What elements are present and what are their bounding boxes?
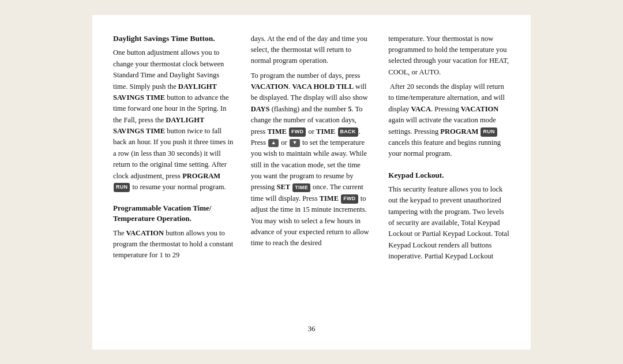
col2-bold5: TIME: [268, 127, 287, 136]
col2-bold2: VACA HOLD TILL: [292, 82, 354, 91]
col1-bold3: PROGRAM: [182, 172, 220, 180]
col1-bold4: VACATION: [126, 229, 164, 237]
page-number: 36: [113, 324, 510, 333]
col3-bold2: VACATION: [461, 105, 499, 113]
arrow-down-btn: ▼: [290, 139, 300, 147]
col1-para-block1: One button adjustment allows you to chan…: [113, 47, 235, 193]
badge-back-1: BACK: [338, 127, 358, 137]
col2-para-block2: To program the number of days, press VAC…: [251, 70, 373, 249]
col2-bold7: SET: [276, 183, 290, 191]
badge-run-1: RUN: [114, 183, 130, 192]
col3-heading: Keypad Lockout.: [388, 170, 510, 181]
badge-time-1: TIME: [292, 183, 310, 193]
column-1: Daylight Savings Time Button. One button…: [113, 33, 243, 318]
col2-para1: days. At the end of the day and time you…: [251, 33, 373, 67]
col3-para-block2: After 20 seconds the display will return…: [388, 81, 510, 160]
col1-para-block2: The VACATION button allows you to progra…: [113, 228, 235, 261]
badge-fwd-2: FWD: [341, 194, 358, 204]
col2-bold8: TIME: [320, 194, 339, 202]
badge-run-2: RUN: [481, 127, 497, 137]
col2-text7: or: [306, 127, 316, 136]
col2-text9: or: [279, 138, 289, 147]
column-3: temperature. Your thermostat is now prog…: [380, 33, 510, 318]
col2-bold1: VACATION: [251, 82, 289, 91]
col1-heading1: Daylight Savings Time Button.: [113, 33, 235, 44]
col3-para6: This security feature allows you to lock…: [388, 184, 510, 262]
column-2: days. At the end of the day and time you…: [243, 33, 381, 318]
page: Daylight Savings Time Button. One button…: [92, 15, 531, 350]
col2-bold3: DAYS: [251, 105, 270, 113]
col2-bold6: TIME: [316, 127, 335, 136]
col1-text4: to resume your normal program.: [130, 183, 226, 191]
col2-text2: To program the number of days, press: [251, 72, 361, 80]
columns: Daylight Savings Time Button. One button…: [113, 33, 510, 318]
col1-heading2: Programmable Vacation Time/ Temperature …: [113, 203, 235, 224]
col3-text3: . Pressing: [431, 105, 461, 113]
col3-bold1: VACA: [411, 105, 431, 113]
col2-text5: (flashing) and the number: [270, 105, 348, 113]
col3-bold3: PROGRAM: [440, 127, 478, 136]
col3-text5: cancels this feature and begins running …: [388, 138, 501, 157]
badge-fwd-1: FWD: [289, 127, 306, 137]
col1-text5: The: [113, 229, 126, 237]
arrow-up-btn: ▲: [268, 139, 279, 147]
col3-para1: temperature. Your thermostat is now prog…: [388, 33, 510, 78]
